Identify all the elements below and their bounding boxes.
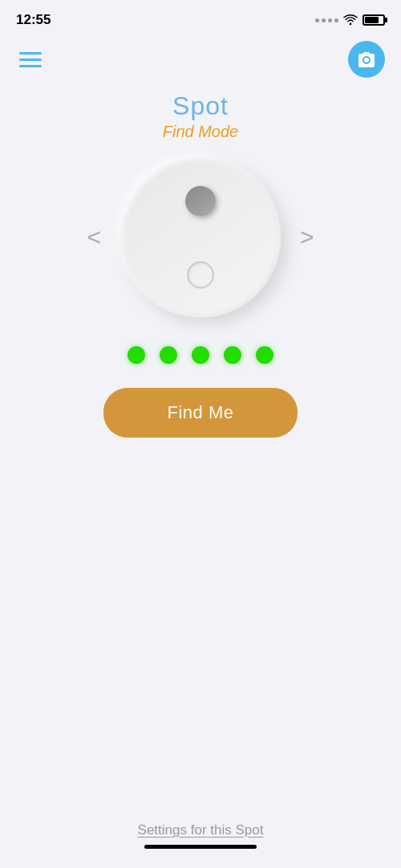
device-mode: Find Mode [163,123,239,141]
spot-top-button [185,186,216,216]
signal-indicators [128,346,273,364]
camera-button[interactable] [348,41,385,78]
nav-bar [0,35,401,83]
signal-dot-2 [160,346,177,364]
spot-bottom-button [187,261,214,289]
home-indicator [144,845,257,849]
signal-dot-3 [192,346,209,364]
status-time: 12:55 [16,12,51,28]
device-container: < > [0,157,401,317]
camera-icon [357,50,376,69]
status-bar: 12:55 [0,0,401,35]
status-icons [315,14,385,26]
settings-link[interactable]: Settings for this Spot [138,822,264,838]
cellular-icon [315,18,338,22]
next-device-button[interactable]: > [281,216,334,259]
device-title: Spot [172,91,229,121]
prev-device-button[interactable]: < [67,216,120,259]
signal-dot-5 [256,346,273,364]
hamburger-line-3 [19,65,42,67]
hamburger-line-1 [19,52,42,55]
bottom-settings: Settings for this Spot [0,822,401,849]
wifi-icon [343,14,358,26]
svg-point-0 [350,23,352,26]
hamburger-line-2 [19,59,42,61]
hamburger-menu-button[interactable] [16,49,45,71]
main-content: Spot Find Mode < > Find Me [0,83,401,438]
signal-dot-1 [128,346,145,364]
signal-dot-4 [224,346,241,364]
battery-icon [363,14,385,26]
spot-device [120,157,281,317]
find-me-button[interactable]: Find Me [103,388,298,438]
